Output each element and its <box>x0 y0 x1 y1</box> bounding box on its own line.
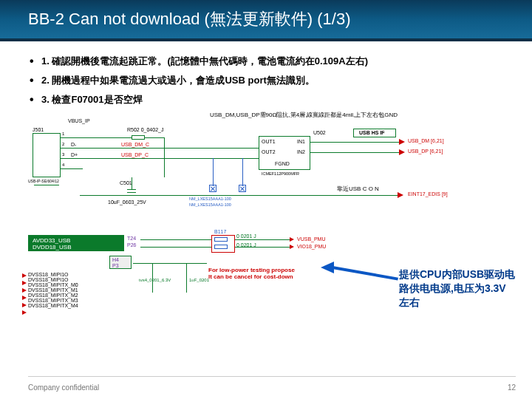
bullet-item: 1. 確認開機後電流起跳正常。(記憶體中無代碼時，電池電流約在0.109A左右) <box>28 55 504 68</box>
bullet-list: 1. 確認開機後電流起跳正常。(記憶體中無代碼時，電池電流約在0.109A左右)… <box>28 55 504 106</box>
usb-dm-c: USB_DM_C <box>121 142 149 147</box>
r-b118 <box>214 245 228 249</box>
dvdd18: DVDD18_USB <box>33 244 71 250</box>
nc2-label: NM_LXES15AAA1-100 <box>189 202 231 207</box>
footer-left: Company confidential <box>28 383 99 392</box>
schematic-bottom: AVDD33_USB DVDD18_USB T24 P26 H4 P3 DVSS… <box>28 235 383 331</box>
connector-box <box>33 133 61 177</box>
note-box: For low-power testing propose It can be … <box>208 267 334 281</box>
usb-dp-c: USB_DP_C <box>121 152 149 157</box>
usbhs-label: USB HS IF <box>359 130 385 135</box>
near-usb: 靠近USB C O N <box>337 185 379 193</box>
bullet-item: 2. 開機過程中如果電流過大或過小，會造成USB port無法識別。 <box>28 74 504 87</box>
ic-part: ICMEF112P900MFR <box>262 171 299 176</box>
bullet-item: 3. 檢查F07001是否空焊 <box>28 93 504 106</box>
dvss-list: DVSS18_MIPI1O DVSS18_MIPI1O DVSS18_MIPIT… <box>28 272 108 308</box>
r502-ref: R502 0_0402_J <box>127 127 163 132</box>
schematic-top: USB_DM,USB_DP需90Ω阻抗,第4層,線寬線距都是4mil,上下左右包… <box>28 114 442 219</box>
schem-note: USB_DM,USB_DP需90Ω阻抗,第4層,線寬線距都是4mil,上下左右包… <box>210 111 398 119</box>
nc-box-1 <box>209 185 216 192</box>
slide-header: BB-2 Can not download (無法更新軟件) (1/3) <box>0 0 532 41</box>
conn-ref: J501 <box>33 127 44 132</box>
pin-d-: D- <box>71 142 76 147</box>
slide-title: BB-2 Can not download (無法更新軟件) (1/3) <box>28 8 351 30</box>
cap-val: 10uF_0603_25V <box>108 200 146 205</box>
r502 <box>132 135 145 140</box>
conn-part: USB-IP-SE/604/12 <box>28 179 59 183</box>
nc1-label: NM_LXES15AAA1-100 <box>189 197 231 201</box>
footer: Company confidential 12 <box>28 383 516 392</box>
usb-dm: USB_DM [6,21] <box>408 138 444 143</box>
page-number: 12 <box>508 383 516 392</box>
vusb-pmu: VUSB_PMU <box>297 236 326 242</box>
vio18-pmu: VIO18_PMU <box>297 244 326 249</box>
usb-dp: USB_DP [6,21] <box>408 149 443 154</box>
nc-box-2 <box>239 185 246 192</box>
ic-ref: U502 <box>313 130 326 135</box>
r-b117 <box>214 237 228 242</box>
cap-ref: C501 <box>120 180 132 185</box>
footer-divider <box>28 376 516 377</box>
avdd33: AVDD33_USB <box>33 237 70 244</box>
pin-d+: D+ <box>71 152 78 157</box>
vbus-label: VBUS_IP <box>68 118 90 123</box>
eint-label: EINT17_EDIS [9] <box>408 191 448 197</box>
callout-text: 提供CPU内部USB驱动电路供电电源,电压为3.3V左右 <box>399 267 516 310</box>
